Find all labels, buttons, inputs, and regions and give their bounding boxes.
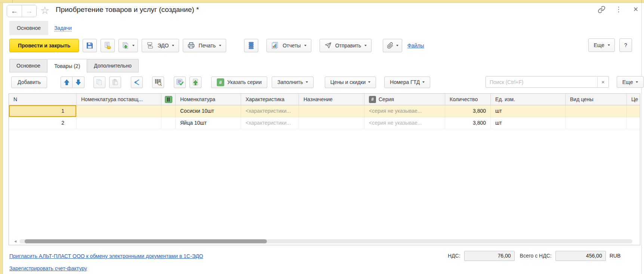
tab-main[interactable]: Основное	[9, 21, 48, 35]
back-button[interactable]: ←	[7, 5, 22, 17]
cell-price[interactable]	[627, 105, 640, 117]
stack-icon	[249, 42, 254, 49]
barcode-search-button[interactable]	[152, 77, 164, 88]
tab-tasks[interactable]: Задачи	[54, 21, 72, 35]
scroll-left-arrow[interactable]: ◀	[14, 240, 16, 243]
move-row-up-button[interactable]	[61, 77, 73, 88]
reports-button[interactable]: Отчеты	[266, 39, 311, 52]
arrow-down-icon	[76, 79, 81, 85]
paperclip-icon	[387, 42, 394, 49]
series-hash-icon: #	[217, 78, 224, 86]
attachments-button[interactable]	[383, 39, 402, 52]
cell-characteristic[interactable]: <характеристики...	[241, 117, 299, 129]
print-button[interactable]: Печать	[183, 39, 226, 52]
edo-button[interactable]: ЭДО	[142, 39, 179, 52]
cell-price-type[interactable]	[566, 117, 627, 129]
col-header-quantity: Количество	[445, 94, 491, 105]
goods-toolbar: Добавить # Указать	[11, 76, 639, 88]
save-icon	[86, 42, 93, 49]
horizontal-scrollbar: ◀	[11, 239, 637, 244]
cell-nomenclature[interactable]: Сосиски 10шт	[176, 105, 241, 117]
caret-down-icon	[368, 81, 370, 83]
cell-n[interactable]: 1	[9, 105, 77, 117]
create-based-on-button[interactable]	[118, 39, 138, 52]
get-link-icon[interactable]	[597, 5, 606, 13]
purchase-document-window: ← → ☆ Приобретение товаров и услуг (созд…	[0, 0, 644, 274]
cell-quantity[interactable]: 3,800	[445, 105, 491, 117]
tab-additional[interactable]: Дополнительно	[87, 59, 139, 72]
col-header-purpose: Назначение	[299, 94, 364, 105]
save-button[interactable]	[83, 39, 97, 52]
left-chrome-strip	[0, 3, 3, 274]
scrollbar-thumb[interactable]	[25, 239, 267, 243]
change-purpose-button[interactable]	[131, 77, 143, 88]
post-document-icon	[104, 42, 111, 49]
cell-supplier-nomenclature[interactable]	[77, 117, 161, 129]
cell-unit[interactable]: шт	[491, 105, 566, 117]
cell-series[interactable]: <серия не указывае...	[364, 105, 445, 117]
caret-down-icon	[172, 45, 174, 46]
col-header-nomenclature: Номенклатура	[176, 94, 241, 105]
tab-doc-main[interactable]: Основное	[9, 59, 47, 72]
cell-quantity[interactable]: 3,800	[445, 117, 491, 129]
move-row-down-button[interactable]	[73, 77, 84, 88]
cell-barcode[interactable]	[161, 105, 176, 117]
import-document-icon	[192, 78, 199, 86]
gtd-numbers-button[interactable]: Номера ГТД	[384, 77, 430, 88]
total-value: 456,00	[555, 251, 606, 261]
help-button[interactable]: ?	[619, 38, 632, 52]
forward-icon: →	[26, 7, 33, 15]
cell-supplier-nomenclature[interactable]	[77, 105, 161, 117]
cell-price[interactable]	[627, 117, 640, 129]
check-fill-button[interactable]	[174, 77, 186, 88]
register-invoice-link[interactable]: Зарегистрировать счет-фактуру	[9, 265, 87, 271]
tab-goods[interactable]: Товары (2)	[47, 59, 87, 73]
caret-down-icon	[608, 44, 610, 46]
more-menu-icon[interactable]: ⋮	[614, 5, 623, 13]
search-clear-icon[interactable]: ×	[597, 77, 608, 87]
edo-invite-link[interactable]: Пригласить АЛЬТ-ПЛАСТ ООО к обмену элект…	[9, 253, 203, 259]
caret-down-icon	[304, 45, 306, 46]
post-button[interactable]	[101, 39, 115, 52]
table-row: 2 Яйца 10шт <характеристики... <серия не…	[9, 117, 640, 129]
copy-icon	[96, 79, 103, 85]
vat-value: 76,00	[464, 251, 515, 261]
fill-button[interactable]: Заполнить	[272, 77, 314, 88]
cell-unit[interactable]: шт	[491, 117, 566, 129]
search-input[interactable]	[486, 77, 597, 87]
page-title: Приобретение товаров и услуг (создание) …	[56, 6, 199, 14]
paste-row-button[interactable]	[109, 77, 121, 88]
send-button[interactable]: Отправить	[320, 39, 372, 52]
table-more-button[interactable]: Еще	[617, 76, 644, 88]
files-link[interactable]: Файлы	[407, 43, 424, 49]
cell-series[interactable]: <серия не указывае...	[364, 117, 445, 129]
post-and-close-button[interactable]: Провести и закрыть	[9, 39, 79, 52]
table-header-row: N Номенклатура поставщ... Номенклатура Х…	[9, 94, 640, 105]
cell-characteristic[interactable]: <характеристики...	[241, 105, 299, 117]
col-header-series: # Серия	[364, 94, 445, 105]
cell-n[interactable]: 2	[9, 117, 77, 129]
add-row-button[interactable]: Добавить	[11, 77, 47, 88]
totals-bar: НДС: 76,00 Всего с НДС: 456,00 RUB	[448, 250, 620, 261]
command-bar: Провести и закрыть ЭДО	[9, 38, 632, 52]
total-label: Всего с НДС:	[520, 253, 552, 259]
copy-row-button[interactable]	[93, 77, 105, 88]
close-icon[interactable]: ×	[632, 5, 640, 13]
load-from-file-button[interactable]	[189, 77, 201, 88]
series-hash-icon: #	[369, 96, 376, 103]
scrollbar-track[interactable]	[19, 239, 632, 243]
more-button[interactable]: Еще	[588, 38, 615, 52]
caret-down-icon	[132, 45, 135, 46]
prices-discounts-button[interactable]: Цены и скидки	[325, 77, 376, 88]
forward-button[interactable]: →	[22, 5, 36, 17]
check-document-icon	[176, 78, 184, 86]
cell-nomenclature[interactable]: Яйца 10шт	[176, 117, 241, 129]
cell-price-type[interactable]	[566, 105, 627, 117]
specify-series-button[interactable]: # Указать серии	[211, 77, 267, 88]
cell-purpose[interactable]	[299, 105, 364, 117]
cell-barcode[interactable]	[161, 117, 176, 129]
chrome-divider	[12, 0, 13, 3]
document-structure-button[interactable]	[244, 39, 258, 52]
favorite-star-icon[interactable]: ☆	[40, 4, 49, 17]
cell-purpose[interactable]	[299, 117, 364, 129]
